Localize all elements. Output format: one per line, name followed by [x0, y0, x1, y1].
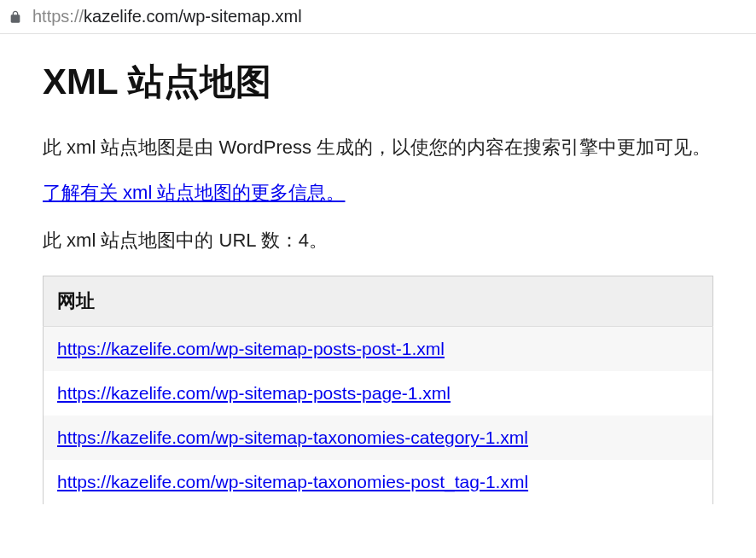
- sitemap-table: 网址 https://kazelife.com/wp-sitemap-posts…: [43, 276, 713, 504]
- table-header-url: 网址: [44, 276, 713, 327]
- table-row: https://kazelife.com/wp-sitemap-taxonomi…: [44, 416, 713, 460]
- intro-text: 此 xml 站点地图是由 WordPress 生成的，以使您的内容在搜索引擎中更…: [43, 133, 713, 161]
- address-bar[interactable]: https://kazelife.com/wp-sitemap.xml: [0, 0, 756, 34]
- url-count: 此 xml 站点地图中的 URL 数：4。: [43, 228, 713, 253]
- learn-more-link[interactable]: 了解有关 xml 站点地图的更多信息。: [43, 180, 345, 206]
- sitemap-link[interactable]: https://kazelife.com/wp-sitemap-taxonomi…: [57, 472, 528, 491]
- table-row: https://kazelife.com/wp-sitemap-posts-po…: [44, 327, 713, 372]
- sitemap-link[interactable]: https://kazelife.com/wp-sitemap-taxonomi…: [57, 427, 528, 447]
- url-text: https://kazelife.com/wp-sitemap.xml: [32, 7, 302, 26]
- table-row: https://kazelife.com/wp-sitemap-taxonomi…: [44, 460, 713, 504]
- table-row: https://kazelife.com/wp-sitemap-posts-pa…: [44, 371, 713, 416]
- sitemap-link[interactable]: https://kazelife.com/wp-sitemap-posts-pa…: [57, 383, 451, 403]
- sitemap-link[interactable]: https://kazelife.com/wp-sitemap-posts-po…: [57, 339, 445, 358]
- page-content: XML 站点地图 此 xml 站点地图是由 WordPress 生成的，以使您的…: [0, 34, 756, 528]
- page-title: XML 站点地图: [43, 58, 713, 106]
- lock-icon: [9, 10, 22, 24]
